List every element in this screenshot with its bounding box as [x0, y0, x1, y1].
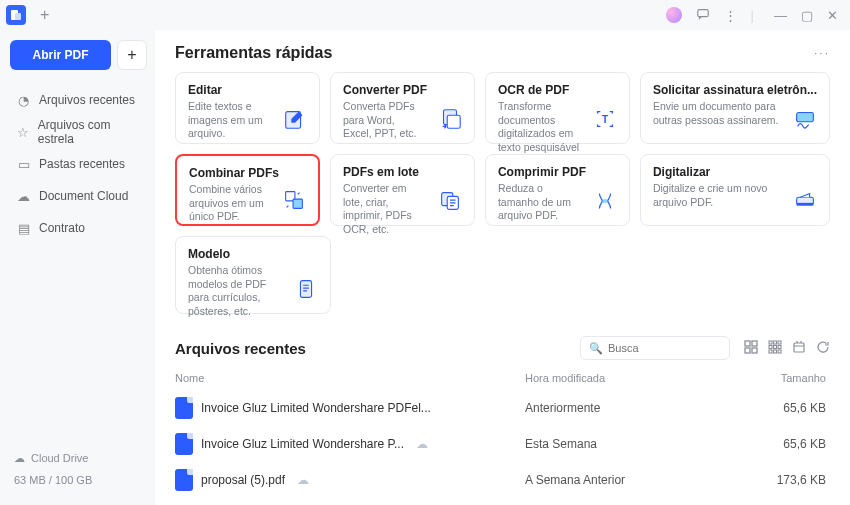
file-size: 65,6 KB — [725, 401, 830, 415]
sidebar: Abrir PDF + ◔ Arquivos recentes ☆ Arquiv… — [0, 30, 155, 505]
view-icons — [744, 340, 830, 357]
col-name-header[interactable]: Nome — [175, 372, 525, 384]
sidebar-item-label: Pastas recentes — [39, 157, 125, 171]
card-desc: Combine vários arquivos em um único PDF. — [189, 183, 270, 224]
card-title: Modelo — [188, 247, 318, 261]
tool-card-ocr[interactable]: OCR de PDF Transforme documentos digital… — [485, 72, 630, 144]
convert-icon — [436, 105, 464, 133]
refresh-icon[interactable] — [816, 340, 830, 357]
tool-card-template[interactable]: Modelo Obtenha ótimos modelos de PDF par… — [175, 236, 331, 314]
cloud-sync-icon: ☁ — [416, 437, 428, 451]
quicktools-title: Ferramentas rápidas — [175, 44, 332, 62]
new-tab-button[interactable]: + — [40, 6, 49, 24]
table-row[interactable]: Invoice Gluz Limited Wondershare PDFel..… — [175, 390, 830, 426]
svg-rect-26 — [769, 350, 772, 353]
sidebar-item-contract[interactable]: ▤ Contrato — [10, 212, 147, 244]
cloud-icon: ☁ — [16, 189, 31, 204]
recent-title: Arquivos recentes — [175, 340, 306, 357]
svg-rect-24 — [774, 345, 777, 348]
svg-rect-23 — [769, 345, 772, 348]
scan-icon — [791, 187, 819, 215]
svg-rect-2 — [697, 9, 708, 16]
pdf-file-icon — [175, 433, 193, 455]
combine-icon — [280, 186, 308, 214]
svg-rect-5 — [447, 115, 460, 128]
tool-card-compress[interactable]: Comprimir PDF Reduza o tamanho de um arq… — [485, 154, 630, 226]
col-size-header[interactable]: Tamanho — [725, 372, 830, 384]
app-logo — [6, 5, 26, 25]
card-title: Converter PDF — [343, 83, 462, 97]
maximize-button[interactable]: ▢ — [801, 8, 813, 23]
tool-card-convert[interactable]: Converter PDF Converta PDFs para Word, E… — [330, 72, 475, 144]
svg-rect-17 — [752, 341, 757, 346]
table-header: Nome Hora modificada Tamanho — [175, 368, 830, 390]
ocr-icon: T — [591, 105, 619, 133]
card-title: Comprimir PDF — [498, 165, 617, 179]
view-large-grid-icon[interactable] — [744, 340, 758, 357]
table-row[interactable]: proposal (5).pdf ☁ A Semana Anterior 173… — [175, 462, 830, 498]
storage-text: 63 MB / 100 GB — [14, 469, 143, 491]
open-pdf-button[interactable]: Abrir PDF — [10, 40, 111, 70]
card-title: Solicitar assinatura eletrôn... — [653, 83, 817, 97]
tool-card-combine[interactable]: Combinar PDFs Combine vários arquivos em… — [175, 154, 320, 226]
compress-icon — [591, 187, 619, 215]
svg-rect-7 — [797, 113, 814, 122]
cloud-icon: ☁ — [14, 452, 25, 465]
svg-rect-14 — [797, 203, 814, 206]
sidebar-item-label: Arquivos recentes — [39, 93, 135, 107]
search-box[interactable]: 🔍 — [580, 336, 730, 360]
sidebar-plus-button[interactable]: + — [117, 40, 147, 70]
title-icons: ⋮ | — ▢ ✕ — [666, 7, 844, 24]
chat-icon[interactable] — [696, 7, 710, 24]
svg-rect-22 — [778, 341, 781, 344]
card-desc: Digitalize e crie um novo arquivo PDF. — [653, 182, 781, 209]
file-modified: Esta Semana — [525, 437, 725, 451]
menu-icon[interactable]: ⋮ — [724, 8, 737, 23]
close-button[interactable]: ✕ — [827, 8, 838, 23]
sidebar-item-recent-files[interactable]: ◔ Arquivos recentes — [10, 84, 147, 116]
svg-rect-19 — [752, 348, 757, 353]
svg-rect-18 — [745, 348, 750, 353]
table-row[interactable]: Invoice Gluz Limited Wondershare P... ☁ … — [175, 426, 830, 462]
svg-rect-1 — [15, 13, 21, 20]
sidebar-item-recent-folders[interactable]: ▭ Pastas recentes — [10, 148, 147, 180]
edit-icon — [281, 105, 309, 133]
tool-card-batch[interactable]: PDFs em lote Converter em lote, criar, i… — [330, 154, 475, 226]
template-icon — [292, 275, 320, 303]
minimize-button[interactable]: — — [774, 8, 787, 23]
quicktools-more-button[interactable]: ··· — [814, 46, 830, 60]
content: Ferramentas rápidas ··· Editar Edite tex… — [155, 30, 850, 505]
file-modified: A Semana Anterior — [525, 473, 725, 487]
svg-rect-21 — [774, 341, 777, 344]
quicktools-header: Ferramentas rápidas ··· — [175, 44, 830, 62]
view-calendar-icon[interactable] — [792, 340, 806, 357]
sidebar-item-label: Contrato — [39, 221, 85, 235]
cloud-drive-link[interactable]: ☁ Cloud Drive — [14, 447, 143, 469]
card-desc: Obtenha ótimos modelos de PDF para currí… — [188, 264, 282, 319]
sidebar-item-document-cloud[interactable]: ☁ Document Cloud — [10, 180, 147, 212]
svg-rect-20 — [769, 341, 772, 344]
file-size: 173,6 KB — [725, 473, 830, 487]
search-input[interactable] — [608, 342, 721, 354]
card-title: Combinar PDFs — [189, 166, 306, 180]
card-desc: Converter em lote, criar, imprimir, PDFs… — [343, 182, 426, 237]
svg-rect-12 — [603, 199, 607, 203]
col-modified-header[interactable]: Hora modificada — [525, 372, 725, 384]
sidebar-item-starred[interactable]: ☆ Arquivos com estrela — [10, 116, 147, 148]
svg-rect-9 — [293, 199, 302, 208]
view-small-grid-icon[interactable] — [768, 340, 782, 357]
contract-icon: ▤ — [16, 221, 31, 236]
avatar[interactable] — [666, 7, 682, 23]
file-modified: Anteriormente — [525, 401, 725, 415]
folder-icon: ▭ — [16, 157, 31, 172]
titlebar: + ⋮ | — ▢ ✕ — [0, 0, 850, 30]
svg-rect-16 — [745, 341, 750, 346]
tool-card-scan[interactable]: Digitalizar Digitalize e crie um novo ar… — [640, 154, 830, 226]
svg-rect-25 — [778, 345, 781, 348]
cloud-sync-icon: ☁ — [297, 473, 309, 487]
tool-card-sign[interactable]: Solicitar assinatura eletrôn... Envie um… — [640, 72, 830, 144]
svg-rect-27 — [774, 350, 777, 353]
tool-card-edit[interactable]: Editar Edite textos e imagens em um arqu… — [175, 72, 320, 144]
card-title: OCR de PDF — [498, 83, 617, 97]
file-name: Invoice Gluz Limited Wondershare PDFel..… — [201, 401, 431, 415]
